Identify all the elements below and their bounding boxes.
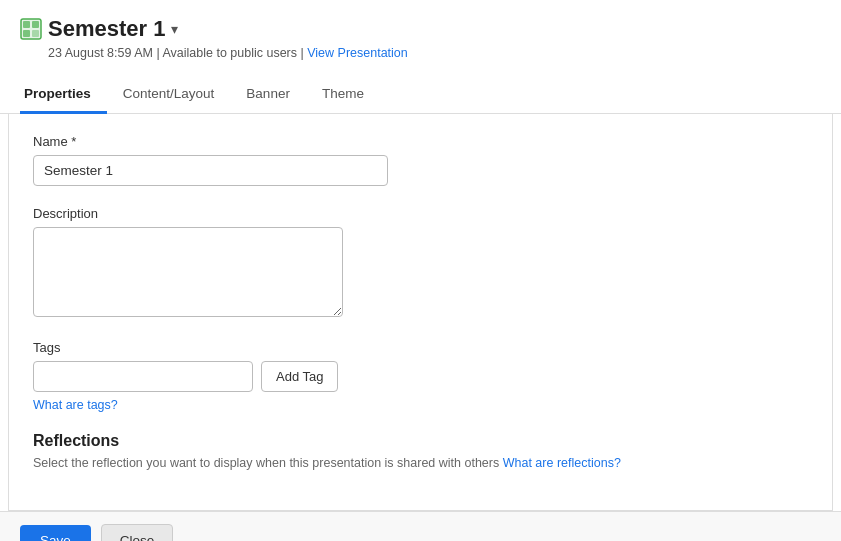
tab-banner[interactable]: Banner — [230, 76, 306, 114]
reflections-desc-text: Select the reflection you want to displa… — [33, 456, 499, 470]
app-container: Semester 1 ▾ 23 August 8:59 AM | Availab… — [0, 0, 841, 541]
tags-input[interactable] — [33, 361, 253, 392]
tab-content-layout[interactable]: Content/Layout — [107, 76, 231, 114]
chevron-down-icon[interactable]: ▾ — [171, 21, 178, 37]
description-input[interactable] — [33, 227, 343, 317]
subtitle-row: 23 August 8:59 AM | Available to public … — [20, 46, 821, 60]
what-are-tags-link[interactable]: What are tags? — [33, 398, 808, 412]
description-field-group: Description — [33, 206, 808, 320]
svg-rect-4 — [23, 30, 30, 37]
tab-theme[interactable]: Theme — [306, 76, 380, 114]
name-field-group: Name * — [33, 134, 808, 186]
presentation-icon — [20, 18, 42, 40]
name-input[interactable] — [33, 155, 388, 186]
view-presentation-link[interactable]: View Presentation — [307, 46, 408, 60]
add-tag-button[interactable]: Add Tag — [261, 361, 338, 392]
title-row: Semester 1 ▾ — [20, 16, 821, 42]
subtitle-text: 23 August 8:59 AM | Available to public … — [48, 46, 304, 60]
tags-row: Add Tag — [33, 361, 808, 392]
close-button[interactable]: Close — [101, 524, 174, 541]
save-button[interactable]: Save — [20, 525, 91, 541]
description-label: Description — [33, 206, 808, 221]
tags-field-group: Tags Add Tag What are tags? — [33, 340, 808, 412]
tags-label: Tags — [33, 340, 808, 355]
what-are-reflections-link[interactable]: What are reflections? — [503, 456, 621, 470]
tab-properties[interactable]: Properties — [20, 76, 107, 114]
reflections-heading: Reflections — [33, 432, 808, 450]
reflections-section: Reflections Select the reflection you wa… — [33, 432, 808, 470]
reflections-description: Select the reflection you want to displa… — [33, 456, 808, 470]
header: Semester 1 ▾ 23 August 8:59 AM | Availab… — [0, 0, 841, 64]
page-title: Semester 1 — [48, 16, 165, 42]
footer: Save Close — [0, 511, 841, 541]
svg-rect-2 — [23, 21, 30, 28]
svg-rect-3 — [32, 21, 39, 28]
svg-rect-5 — [32, 30, 39, 37]
tabs-bar: Properties Content/Layout Banner Theme — [0, 76, 841, 114]
main-content: Name * Description Tags Add Tag What are… — [8, 114, 833, 511]
name-label: Name * — [33, 134, 808, 149]
